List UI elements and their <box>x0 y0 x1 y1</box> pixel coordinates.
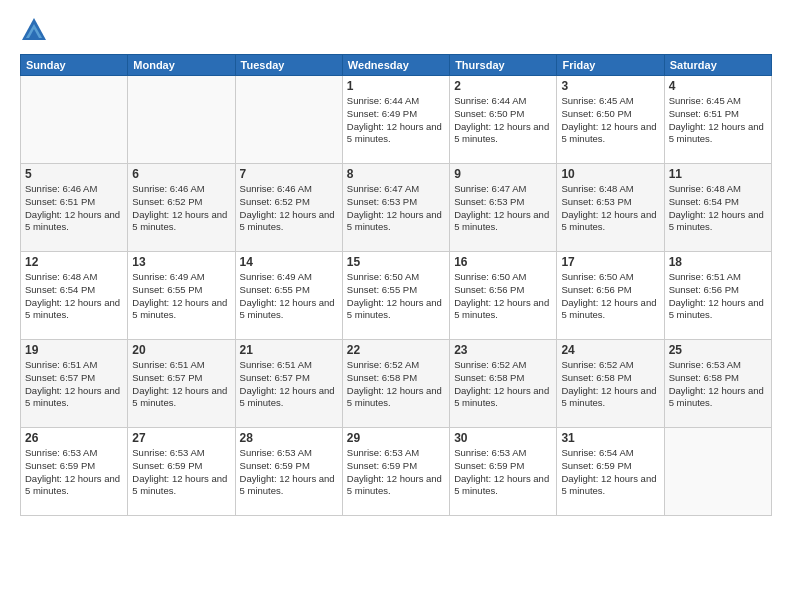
calendar-cell: 20Sunrise: 6:51 AM Sunset: 6:57 PM Dayli… <box>128 340 235 428</box>
day-info: Sunrise: 6:49 AM Sunset: 6:55 PM Dayligh… <box>240 271 338 322</box>
day-number: 30 <box>454 431 552 445</box>
calendar-week-row: 19Sunrise: 6:51 AM Sunset: 6:57 PM Dayli… <box>21 340 772 428</box>
day-number: 8 <box>347 167 445 181</box>
day-info: Sunrise: 6:45 AM Sunset: 6:51 PM Dayligh… <box>669 95 767 146</box>
calendar-cell: 1Sunrise: 6:44 AM Sunset: 6:49 PM Daylig… <box>342 76 449 164</box>
day-info: Sunrise: 6:52 AM Sunset: 6:58 PM Dayligh… <box>347 359 445 410</box>
calendar-cell: 31Sunrise: 6:54 AM Sunset: 6:59 PM Dayli… <box>557 428 664 516</box>
day-info: Sunrise: 6:49 AM Sunset: 6:55 PM Dayligh… <box>132 271 230 322</box>
day-info: Sunrise: 6:53 AM Sunset: 6:59 PM Dayligh… <box>454 447 552 498</box>
day-number: 4 <box>669 79 767 93</box>
day-info: Sunrise: 6:48 AM Sunset: 6:54 PM Dayligh… <box>669 183 767 234</box>
day-number: 20 <box>132 343 230 357</box>
day-number: 9 <box>454 167 552 181</box>
day-number: 31 <box>561 431 659 445</box>
calendar-cell: 9Sunrise: 6:47 AM Sunset: 6:53 PM Daylig… <box>450 164 557 252</box>
day-number: 18 <box>669 255 767 269</box>
day-number: 15 <box>347 255 445 269</box>
day-number: 19 <box>25 343 123 357</box>
day-number: 24 <box>561 343 659 357</box>
logo <box>20 16 52 44</box>
calendar-cell: 15Sunrise: 6:50 AM Sunset: 6:55 PM Dayli… <box>342 252 449 340</box>
calendar-cell <box>235 76 342 164</box>
calendar-cell: 8Sunrise: 6:47 AM Sunset: 6:53 PM Daylig… <box>342 164 449 252</box>
day-number: 7 <box>240 167 338 181</box>
calendar-cell <box>664 428 771 516</box>
day-number: 16 <box>454 255 552 269</box>
calendar-cell: 29Sunrise: 6:53 AM Sunset: 6:59 PM Dayli… <box>342 428 449 516</box>
calendar-cell: 14Sunrise: 6:49 AM Sunset: 6:55 PM Dayli… <box>235 252 342 340</box>
calendar-cell: 7Sunrise: 6:46 AM Sunset: 6:52 PM Daylig… <box>235 164 342 252</box>
day-info: Sunrise: 6:44 AM Sunset: 6:49 PM Dayligh… <box>347 95 445 146</box>
day-number: 29 <box>347 431 445 445</box>
day-info: Sunrise: 6:50 AM Sunset: 6:56 PM Dayligh… <box>561 271 659 322</box>
day-info: Sunrise: 6:46 AM Sunset: 6:51 PM Dayligh… <box>25 183 123 234</box>
weekday-header: Monday <box>128 55 235 76</box>
day-info: Sunrise: 6:51 AM Sunset: 6:57 PM Dayligh… <box>25 359 123 410</box>
day-number: 6 <box>132 167 230 181</box>
day-info: Sunrise: 6:54 AM Sunset: 6:59 PM Dayligh… <box>561 447 659 498</box>
day-number: 2 <box>454 79 552 93</box>
calendar-cell: 17Sunrise: 6:50 AM Sunset: 6:56 PM Dayli… <box>557 252 664 340</box>
weekday-header: Friday <box>557 55 664 76</box>
calendar-cell: 10Sunrise: 6:48 AM Sunset: 6:53 PM Dayli… <box>557 164 664 252</box>
day-info: Sunrise: 6:51 AM Sunset: 6:57 PM Dayligh… <box>240 359 338 410</box>
calendar-cell <box>21 76 128 164</box>
day-info: Sunrise: 6:51 AM Sunset: 6:56 PM Dayligh… <box>669 271 767 322</box>
day-info: Sunrise: 6:47 AM Sunset: 6:53 PM Dayligh… <box>347 183 445 234</box>
weekday-header: Wednesday <box>342 55 449 76</box>
day-number: 22 <box>347 343 445 357</box>
calendar-week-row: 1Sunrise: 6:44 AM Sunset: 6:49 PM Daylig… <box>21 76 772 164</box>
day-info: Sunrise: 6:46 AM Sunset: 6:52 PM Dayligh… <box>132 183 230 234</box>
weekday-header: Thursday <box>450 55 557 76</box>
calendar-cell: 3Sunrise: 6:45 AM Sunset: 6:50 PM Daylig… <box>557 76 664 164</box>
day-number: 10 <box>561 167 659 181</box>
calendar-body: 1Sunrise: 6:44 AM Sunset: 6:49 PM Daylig… <box>21 76 772 516</box>
day-number: 17 <box>561 255 659 269</box>
day-info: Sunrise: 6:50 AM Sunset: 6:56 PM Dayligh… <box>454 271 552 322</box>
calendar-cell: 2Sunrise: 6:44 AM Sunset: 6:50 PM Daylig… <box>450 76 557 164</box>
day-number: 23 <box>454 343 552 357</box>
day-number: 21 <box>240 343 338 357</box>
calendar-cell: 18Sunrise: 6:51 AM Sunset: 6:56 PM Dayli… <box>664 252 771 340</box>
day-info: Sunrise: 6:53 AM Sunset: 6:58 PM Dayligh… <box>669 359 767 410</box>
calendar-cell: 23Sunrise: 6:52 AM Sunset: 6:58 PM Dayli… <box>450 340 557 428</box>
weekday-header: Saturday <box>664 55 771 76</box>
calendar-cell: 30Sunrise: 6:53 AM Sunset: 6:59 PM Dayli… <box>450 428 557 516</box>
day-info: Sunrise: 6:44 AM Sunset: 6:50 PM Dayligh… <box>454 95 552 146</box>
calendar-cell: 24Sunrise: 6:52 AM Sunset: 6:58 PM Dayli… <box>557 340 664 428</box>
day-info: Sunrise: 6:50 AM Sunset: 6:55 PM Dayligh… <box>347 271 445 322</box>
calendar-cell: 27Sunrise: 6:53 AM Sunset: 6:59 PM Dayli… <box>128 428 235 516</box>
calendar-cell: 19Sunrise: 6:51 AM Sunset: 6:57 PM Dayli… <box>21 340 128 428</box>
day-info: Sunrise: 6:46 AM Sunset: 6:52 PM Dayligh… <box>240 183 338 234</box>
day-number: 1 <box>347 79 445 93</box>
calendar-cell <box>128 76 235 164</box>
day-info: Sunrise: 6:52 AM Sunset: 6:58 PM Dayligh… <box>454 359 552 410</box>
day-number: 25 <box>669 343 767 357</box>
day-info: Sunrise: 6:53 AM Sunset: 6:59 PM Dayligh… <box>25 447 123 498</box>
calendar-week-row: 26Sunrise: 6:53 AM Sunset: 6:59 PM Dayli… <box>21 428 772 516</box>
calendar-cell: 28Sunrise: 6:53 AM Sunset: 6:59 PM Dayli… <box>235 428 342 516</box>
calendar-cell: 22Sunrise: 6:52 AM Sunset: 6:58 PM Dayli… <box>342 340 449 428</box>
calendar-cell: 26Sunrise: 6:53 AM Sunset: 6:59 PM Dayli… <box>21 428 128 516</box>
day-number: 11 <box>669 167 767 181</box>
day-number: 14 <box>240 255 338 269</box>
day-number: 3 <box>561 79 659 93</box>
day-info: Sunrise: 6:48 AM Sunset: 6:54 PM Dayligh… <box>25 271 123 322</box>
calendar-cell: 5Sunrise: 6:46 AM Sunset: 6:51 PM Daylig… <box>21 164 128 252</box>
day-number: 13 <box>132 255 230 269</box>
day-info: Sunrise: 6:53 AM Sunset: 6:59 PM Dayligh… <box>132 447 230 498</box>
calendar-cell: 21Sunrise: 6:51 AM Sunset: 6:57 PM Dayli… <box>235 340 342 428</box>
day-info: Sunrise: 6:51 AM Sunset: 6:57 PM Dayligh… <box>132 359 230 410</box>
day-number: 27 <box>132 431 230 445</box>
logo-icon <box>20 16 48 44</box>
day-info: Sunrise: 6:47 AM Sunset: 6:53 PM Dayligh… <box>454 183 552 234</box>
calendar-cell: 12Sunrise: 6:48 AM Sunset: 6:54 PM Dayli… <box>21 252 128 340</box>
day-number: 5 <box>25 167 123 181</box>
day-number: 12 <box>25 255 123 269</box>
calendar-header: SundayMondayTuesdayWednesdayThursdayFrid… <box>21 55 772 76</box>
day-info: Sunrise: 6:52 AM Sunset: 6:58 PM Dayligh… <box>561 359 659 410</box>
weekday-header-row: SundayMondayTuesdayWednesdayThursdayFrid… <box>21 55 772 76</box>
day-info: Sunrise: 6:48 AM Sunset: 6:53 PM Dayligh… <box>561 183 659 234</box>
calendar-week-row: 12Sunrise: 6:48 AM Sunset: 6:54 PM Dayli… <box>21 252 772 340</box>
